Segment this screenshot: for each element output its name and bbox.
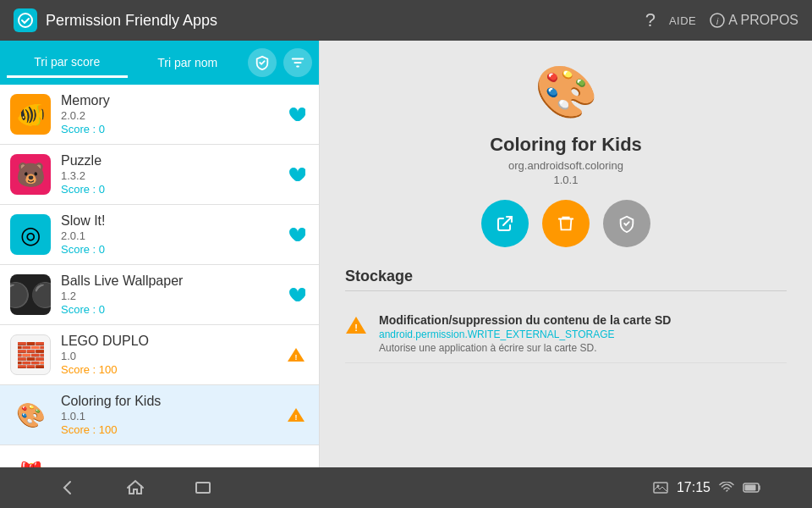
app-version: 1.2: [61, 290, 283, 302]
perm-name: Modification/suppression du contenu de l…: [379, 313, 671, 327]
app-version: 1.0: [61, 350, 283, 362]
perm-warning-icon: !: [345, 315, 367, 340]
list-item[interactable]: ◎ Slow It! 2.0.1 Score : 0: [0, 205, 319, 265]
heart-badge: [283, 102, 309, 127]
app-list: 🐠 Memory 2.0.2 Score : 0 🐻 Puzzle 1.3.2 …: [0, 85, 319, 467]
app-icon: ⚫⚫: [10, 274, 51, 315]
back-button[interactable]: [51, 471, 85, 505]
app-version: 1.0.1: [61, 410, 283, 422]
main-content: Tri par score Tri par nom 🐠 M: [0, 41, 812, 467]
app-icon: 🧱: [10, 334, 51, 375]
top-bar: Permission Friendly Apps ? AIDE i A PROP…: [0, 0, 812, 41]
heart-badge: [283, 162, 309, 187]
heart-badge: [283, 222, 309, 247]
app-info: Slow It! 2.0.1 Score : 0: [61, 213, 283, 256]
app-name: LEGO DUPLO: [61, 334, 283, 349]
list-item[interactable]: 🧱 LEGO DUPLO 1.0 Score : 100 !: [0, 325, 319, 385]
svg-text:!: !: [295, 353, 298, 362]
app-score: Score : 0: [61, 183, 283, 196]
app-icon: 🎁: [10, 454, 51, 467]
photo-icon: [653, 482, 668, 494]
perm-info: Modification/suppression du contenu de l…: [379, 313, 671, 354]
sort-name-btn[interactable]: Tri par nom: [128, 49, 249, 76]
list-item[interactable]: 🐠 Memory 2.0.2 Score : 0: [0, 85, 319, 145]
topbar-actions: ? AIDE i A PROPOS: [645, 9, 798, 31]
permissions-list: ! Modification/suppression du contenu de…: [345, 305, 787, 363]
app-info: LEGO DUPLO 1.0 Score : 100: [61, 334, 283, 376]
permission-item: ! Modification/suppression du contenu de…: [345, 305, 787, 363]
app-detail-icon: 🎨: [532, 58, 600, 125]
filter-btn[interactable]: [283, 48, 312, 77]
recent-button[interactable]: [186, 471, 220, 505]
app-score: Score : 0: [61, 303, 283, 316]
app-detail-header: 🎨 Coloring for Kids org.androidsoft.colo…: [345, 58, 787, 247]
app-score: Score : 100: [61, 363, 283, 376]
perm-desc: Autorise une application à écrire sur la…: [379, 342, 671, 354]
app-detail-actions: [481, 200, 650, 247]
app-icon: 🎨: [10, 395, 51, 435]
wifi-icon: [719, 482, 734, 494]
app-name: Puzzle: [61, 153, 283, 168]
list-item[interactable]: 🐻 Puzzle 1.3.2 Score : 0: [0, 145, 319, 205]
app-icon: 🐻: [10, 154, 51, 195]
app-detail-version: 1.0.1: [554, 174, 579, 186]
svg-text:!: !: [295, 413, 298, 422]
apropos-button[interactable]: i A PROPOS: [710, 13, 798, 28]
shield-filter-btn[interactable]: [248, 48, 277, 77]
shield-app-button[interactable]: [603, 200, 650, 247]
app-score: Score : 100: [61, 423, 283, 436]
list-item[interactable]: 🎨 Coloring for Kids 1.0.1 Score : 100 !: [0, 385, 319, 445]
heart-badge: [283, 282, 309, 307]
app-detail-package: org.androidsoft.coloring: [508, 159, 623, 172]
sort-bar: Tri par score Tri par nom: [0, 41, 319, 85]
perm-id: android.permission.WRITE_EXTERNAL_STORAG…: [379, 329, 671, 340]
bottom-nav: 17:15: [0, 467, 812, 508]
app-name: Balls Live Wallpaper: [61, 273, 283, 289]
warning-badge: !: [283, 402, 309, 428]
left-panel: Tri par score Tri par nom 🐠 M: [0, 41, 320, 467]
home-button[interactable]: [118, 471, 152, 505]
app-score: Score : 0: [61, 123, 283, 135]
app-info: Balls Live Wallpaper 1.2 Score : 0: [61, 273, 283, 316]
sort-icons: [248, 48, 312, 77]
open-app-button[interactable]: [481, 200, 529, 247]
app-icon: 🐠: [10, 94, 51, 135]
app-detail-name: Coloring for Kids: [490, 134, 642, 156]
battery-icon: [743, 483, 761, 493]
app-info: Memory 2.0.2 Score : 0: [61, 93, 283, 135]
app-name: Memory: [61, 93, 283, 108]
sort-score-btn[interactable]: Tri par score: [7, 48, 128, 78]
app-name: Coloring for Kids: [61, 394, 283, 409]
right-panel: 🎨 Coloring for Kids org.androidsoft.colo…: [320, 41, 812, 467]
svg-point-0: [19, 14, 32, 27]
list-item[interactable]: ⚫⚫ Balls Live Wallpaper 1.2 Score : 0: [0, 265, 319, 325]
list-item[interactable]: 🎁 Body !: [0, 445, 319, 467]
bottom-right: 17:15: [653, 480, 761, 495]
section-title: Stockage: [345, 268, 787, 291]
app-info: Coloring for Kids 1.0.1 Score : 100: [61, 394, 283, 436]
warning-badge: !: [283, 461, 309, 467]
app-logo-icon: [14, 8, 37, 32]
svg-rect-11: [745, 485, 756, 491]
delete-app-button[interactable]: [542, 200, 590, 247]
app-score: Score : 0: [61, 243, 283, 256]
aide-button[interactable]: AIDE: [669, 14, 696, 27]
clock: 17:15: [677, 480, 710, 495]
help-icon[interactable]: ?: [645, 9, 656, 31]
svg-rect-7: [196, 483, 210, 493]
warning-badge: !: [283, 342, 309, 367]
svg-text:i: i: [716, 17, 719, 26]
app-icon: ◎: [10, 214, 51, 255]
app-version: 2.0.2: [61, 109, 283, 122]
app-version: 2.0.1: [61, 229, 283, 242]
page-title: Permission Friendly Apps: [46, 12, 645, 30]
app-info: Puzzle 1.3.2 Score : 0: [61, 153, 283, 196]
svg-text:!: !: [354, 323, 358, 333]
app-name: Slow It!: [61, 213, 283, 229]
app-version: 1.3.2: [61, 169, 283, 182]
